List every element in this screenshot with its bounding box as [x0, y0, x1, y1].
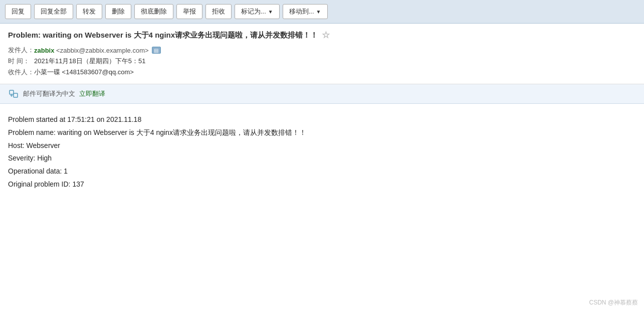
report-button[interactable]: 举报 [176, 4, 202, 19]
contact-card-icon[interactable]: ▤ [152, 47, 161, 54]
reply-button[interactable]: 回复 [5, 4, 31, 19]
subject-text: Problem: wariting on Webserver is 大于4 ng… [8, 31, 318, 40]
to-label: 收件人： [8, 68, 34, 77]
forward-button[interactable]: 转发 [76, 4, 102, 19]
move-to-button[interactable]: 移动到... ▼ [283, 4, 328, 19]
email-subject: Problem: wariting on Webserver is 大于4 ng… [8, 30, 636, 41]
permanent-delete-button[interactable]: 彻底删除 [134, 4, 173, 19]
email-header: Problem: wariting on Webserver is 大于4 ng… [0, 24, 644, 84]
mark-as-button[interactable]: 标记为... ▼ [235, 4, 280, 19]
body-line-1: Problem started at 17:51:21 on 2021.11.1… [8, 114, 636, 126]
email-body: Problem started at 17:51:21 on 2021.11.1… [0, 104, 644, 202]
translate-icon [8, 88, 19, 99]
mark-as-chevron-icon: ▼ [268, 9, 273, 15]
translation-text: 邮件可翻译为中文 [23, 89, 75, 98]
sender-email: <zabbix@zabbix.example.com> [56, 47, 148, 54]
toolbar: 回复 回复全部 转发 删除 彻底删除 举报 拒收 标记为... ▼ 移动到...… [0, 0, 644, 24]
body-line-2: Problem name: wariting on Webserver is 大… [8, 127, 636, 139]
star-icon[interactable]: ☆ [322, 30, 330, 41]
reply-all-button[interactable]: 回复全部 [34, 4, 73, 19]
svg-rect-0 [10, 90, 14, 94]
time-row: 时 间： 2021年11月18日（星期四）下午5：51 [8, 57, 636, 66]
time-label: 时 间： [8, 57, 34, 66]
sender-name: zabbix [34, 47, 54, 54]
svg-rect-1 [14, 93, 18, 97]
from-row: 发件人： zabbix <zabbix@zabbix.example.com> … [8, 46, 636, 55]
body-line-5: Operational data: 1 [8, 166, 636, 178]
to-value: 小菜一碟 <1481583607@qq.com> [34, 68, 134, 77]
translation-bar: 邮件可翻译为中文 立即翻译 [0, 84, 644, 104]
from-label: 发件人： [8, 46, 34, 55]
body-line-4: Severity: High [8, 152, 636, 165]
body-line-3: Host: Webserver [8, 140, 636, 152]
to-row: 收件人： 小菜一碟 <1481583607@qq.com> [8, 68, 636, 77]
delete-button[interactable]: 删除 [105, 4, 131, 19]
body-line-6: Original problem ID: 137 [8, 179, 636, 191]
move-to-chevron-icon: ▼ [316, 9, 321, 15]
reject-button[interactable]: 拒收 [205, 4, 232, 19]
translate-now-link[interactable]: 立即翻译 [79, 89, 105, 98]
time-value: 2021年11月18日（星期四）下午5：51 [34, 57, 146, 66]
